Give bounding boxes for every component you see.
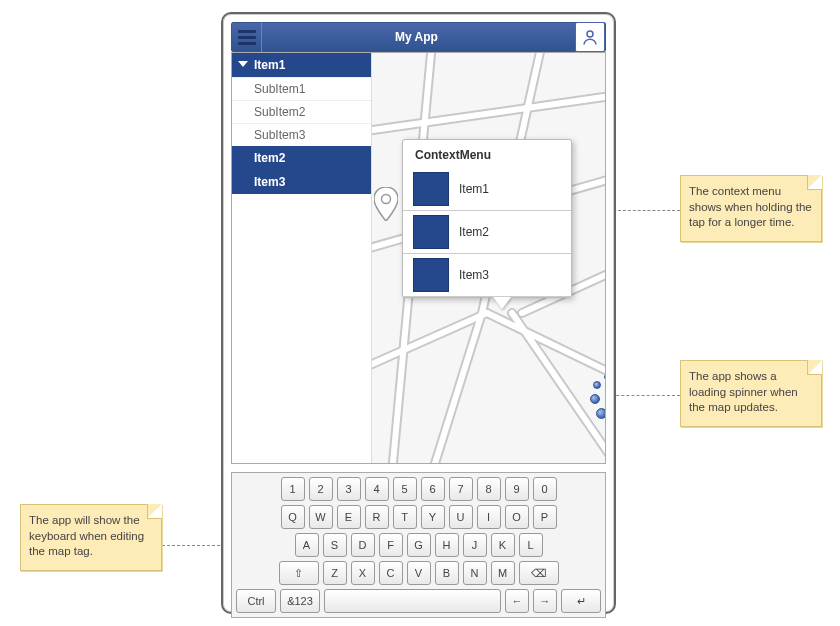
map-pin-icon — [374, 187, 398, 221]
key-g[interactable]: G — [407, 533, 431, 557]
user-icon — [581, 28, 599, 46]
user-profile-button[interactable] — [575, 22, 605, 52]
sidebar-subitem-1[interactable]: SubItem1 — [232, 77, 371, 100]
context-menu-item-1[interactable]: Item1 — [403, 168, 571, 211]
key-t[interactable]: T — [393, 505, 417, 529]
sidebar-item-label: Item3 — [254, 175, 285, 189]
context-menu-swatch — [413, 172, 449, 206]
keyboard-row-5: Ctrl&123←→↵ — [236, 589, 601, 613]
note-contextmenu: The context menu shows when holding the … — [680, 175, 822, 242]
connector-keyboard — [162, 545, 230, 546]
key-k[interactable]: K — [491, 533, 515, 557]
key-ctrl[interactable]: Ctrl — [236, 589, 276, 613]
hamburger-menu-button[interactable] — [232, 22, 262, 52]
note-spinner: The app shows a loading spinner when the… — [680, 360, 822, 427]
context-menu-item-label: Item2 — [459, 225, 489, 239]
content-area: Item1 SubItem1 SubItem2 SubItem3 Item2 I… — [231, 52, 606, 464]
key-␣[interactable] — [324, 589, 501, 613]
context-menu-swatch — [413, 258, 449, 292]
note-keyboard: The app will show the keyboard when edit… — [20, 504, 162, 571]
context-menu: ContextMenu Item1 Item2 Item3 — [402, 139, 572, 298]
key-r[interactable]: R — [365, 505, 389, 529]
context-menu-item-label: Item3 — [459, 268, 489, 282]
key-i[interactable]: I — [477, 505, 501, 529]
keyboard-row-2: QWERTYUIOP — [236, 505, 601, 529]
key-d[interactable]: D — [351, 533, 375, 557]
context-menu-item-2[interactable]: Item2 — [403, 211, 571, 254]
key-n[interactable]: N — [463, 561, 487, 585]
key-↵[interactable]: ↵ — [561, 589, 601, 613]
key-⇧[interactable]: ⇧ — [279, 561, 319, 585]
key-2[interactable]: 2 — [309, 477, 333, 501]
key-m[interactable]: M — [491, 561, 515, 585]
note-text: The context menu shows when holding the … — [689, 185, 812, 228]
key-j[interactable]: J — [463, 533, 487, 557]
sidebar: Item1 SubItem1 SubItem2 SubItem3 Item2 I… — [232, 53, 372, 463]
note-text: The app will show the keyboard when edit… — [29, 514, 144, 557]
key-4[interactable]: 4 — [365, 477, 389, 501]
sidebar-item-3[interactable]: Item3 — [232, 170, 371, 194]
key-x[interactable]: X — [351, 561, 375, 585]
key-w[interactable]: W — [309, 505, 333, 529]
key-h[interactable]: H — [435, 533, 459, 557]
key-y[interactable]: Y — [421, 505, 445, 529]
key-⌫[interactable]: ⌫ — [519, 561, 559, 585]
key-&123[interactable]: &123 — [280, 589, 320, 613]
key-v[interactable]: V — [407, 561, 431, 585]
key-b[interactable]: B — [435, 561, 459, 585]
titlebar: My App — [231, 22, 606, 52]
key-9[interactable]: 9 — [505, 477, 529, 501]
key-e[interactable]: E — [337, 505, 361, 529]
app-title: My App — [262, 30, 571, 44]
key-p[interactable]: P — [533, 505, 557, 529]
key-5[interactable]: 5 — [393, 477, 417, 501]
keyboard-row-3: ASDFGHJKL — [236, 533, 601, 557]
sidebar-subitem-label: SubItem1 — [254, 82, 305, 96]
sidebar-item-label: Item2 — [254, 151, 285, 165]
key-1[interactable]: 1 — [281, 477, 305, 501]
svg-point-0 — [587, 31, 593, 37]
sidebar-item-1[interactable]: Item1 — [232, 53, 371, 77]
context-menu-title: ContextMenu — [403, 144, 571, 168]
note-text: The app shows a loading spinner when the… — [689, 370, 798, 413]
key-3[interactable]: 3 — [337, 477, 361, 501]
context-menu-swatch — [413, 215, 449, 249]
key-→[interactable]: → — [533, 589, 557, 613]
context-menu-item-3[interactable]: Item3 — [403, 254, 571, 297]
context-menu-item-label: Item1 — [459, 182, 489, 196]
key-8[interactable]: 8 — [477, 477, 501, 501]
key-q[interactable]: Q — [281, 505, 305, 529]
device-frame: My App Item1 SubItem1 SubItem2 SubItem3 — [221, 12, 616, 614]
sidebar-item-label: Item1 — [254, 58, 285, 72]
key-l[interactable]: L — [519, 533, 543, 557]
key-f[interactable]: F — [379, 533, 403, 557]
sidebar-item-2[interactable]: Item2 — [232, 146, 371, 170]
sidebar-subitem-2[interactable]: SubItem2 — [232, 100, 371, 123]
key-c[interactable]: C — [379, 561, 403, 585]
key-o[interactable]: O — [505, 505, 529, 529]
key-7[interactable]: 7 — [449, 477, 473, 501]
keyboard-row-1: 1234567890 — [236, 477, 601, 501]
sidebar-subitem-label: SubItem2 — [254, 105, 305, 119]
key-0[interactable]: 0 — [533, 477, 557, 501]
sidebar-subitem-label: SubItem3 — [254, 128, 305, 142]
key-u[interactable]: U — [449, 505, 473, 529]
sidebar-subitem-3[interactable]: SubItem3 — [232, 123, 371, 146]
key-6[interactable]: 6 — [421, 477, 445, 501]
key-←[interactable]: ← — [505, 589, 529, 613]
on-screen-keyboard: 1234567890 QWERTYUIOP ASDFGHJKL ⇧ZXCVBNM… — [231, 472, 606, 618]
key-z[interactable]: Z — [323, 561, 347, 585]
key-s[interactable]: S — [323, 533, 347, 557]
keyboard-row-4: ⇧ZXCVBNM⌫ — [236, 561, 601, 585]
key-a[interactable]: A — [295, 533, 319, 557]
